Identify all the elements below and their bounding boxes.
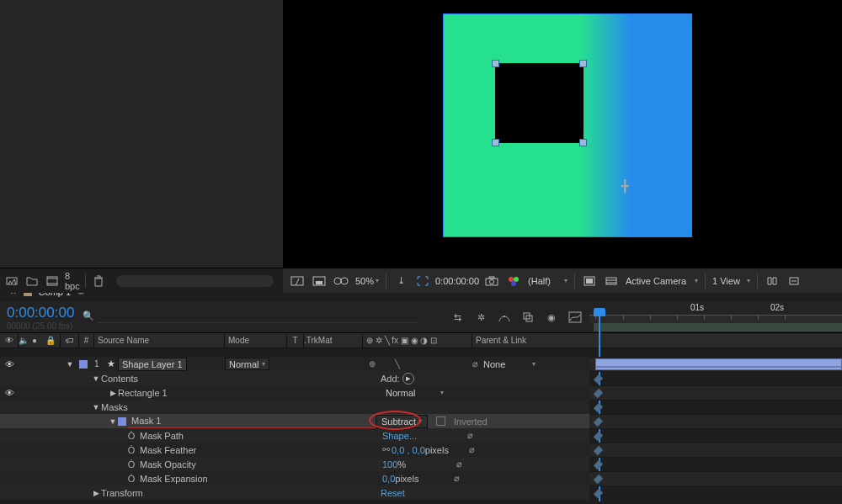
- snapshot-icon[interactable]: [482, 272, 501, 290]
- resolution-down-icon[interactable]: ⤓: [392, 272, 410, 290]
- blend-mode-dropdown[interactable]: Normal▾: [225, 358, 269, 370]
- switches-column[interactable]: ⊕ ✲ ╲ fx ▣ ◉ ◑ ⊡: [363, 333, 472, 348]
- eye-column-icon[interactable]: 👁: [0, 333, 19, 348]
- parent-dropdown[interactable]: None▾: [483, 359, 536, 369]
- mask-feather-pickwhip-icon[interactable]: ⌀: [469, 444, 475, 455]
- keyframe-marker[interactable]: [594, 475, 603, 484]
- rectangle-1-row[interactable]: 👁 ▶ Rectangle 1 Normal▾: [0, 385, 589, 400]
- transform-reset[interactable]: Reset: [381, 488, 405, 498]
- stopwatch-icon[interactable]: Ò: [126, 445, 136, 455]
- keyframe-marker[interactable]: [594, 432, 603, 441]
- track-row-layer-1[interactable]: [589, 357, 842, 371]
- layer-name[interactable]: Shape Layer 1: [118, 358, 187, 371]
- toggle-alpha-icon[interactable]: [288, 272, 306, 290]
- mask-handle-bottom-right[interactable]: [579, 139, 587, 146]
- shy-icon[interactable]: [497, 310, 512, 325]
- mask-1-row[interactable]: ▼ Mask 1 Subtract▾ Inverted: [0, 414, 589, 428]
- layer-label-color[interactable]: [79, 360, 88, 369]
- anchor-point-icon[interactable]: ╋: [621, 179, 628, 193]
- comp-mini-flowchart-icon[interactable]: ⇆: [450, 310, 465, 325]
- rect-visibility-toggle[interactable]: 👁: [0, 385, 19, 400]
- mask-hole[interactable]: [495, 63, 584, 143]
- time-ruler[interactable]: 01s 02s: [589, 301, 842, 332]
- composition-viewer[interactable]: ╋: [283, 0, 842, 268]
- camera-dropdown[interactable]: Active Camera▾: [624, 276, 700, 286]
- motion-blur-icon[interactable]: ◉: [544, 310, 559, 325]
- rect-twirl-closed-icon[interactable]: ▶: [108, 388, 118, 398]
- visibility-toggle[interactable]: 👁: [0, 357, 19, 371]
- timeline-track-area[interactable]: [589, 357, 842, 504]
- t-column[interactable]: T: [287, 333, 304, 348]
- mask-opacity-value[interactable]: 100: [382, 459, 397, 470]
- layer-switches[interactable]: ⊕╲: [366, 358, 415, 369]
- layer-row-1[interactable]: 👁 ▼ 1 ★Shape Layer 1 Normal▾ ⊕╲ ⌀None▾: [0, 357, 589, 371]
- mask-color-swatch[interactable]: [118, 417, 126, 426]
- mask-expansion-row[interactable]: Ò Mask Expansion 0,0 pixels ⌀: [0, 471, 589, 485]
- transform-twirl-closed-icon[interactable]: ▶: [91, 488, 101, 498]
- bpc-label[interactable]: 8 bpc: [65, 273, 80, 289]
- rectangle-name[interactable]: Rectangle 1: [118, 385, 382, 400]
- keyframe-marker[interactable]: [594, 403, 603, 412]
- timeline-icon[interactable]: [602, 272, 621, 290]
- new-comp-icon[interactable]: [45, 273, 60, 289]
- hash-column[interactable]: #: [79, 333, 94, 348]
- new-folder-icon[interactable]: [24, 273, 40, 289]
- mask-visibility-icon[interactable]: [332, 272, 350, 290]
- project-panel[interactable]: [0, 0, 283, 268]
- mask-feather-value[interactable]: 0,0 , 0,0: [392, 445, 425, 455]
- keyframe-marker[interactable]: [594, 446, 603, 455]
- mask-path-row[interactable]: Ò Mask Path Shape... ⌀: [0, 428, 589, 443]
- current-time-indicator[interactable]: [594, 308, 605, 316]
- pickwhip-icon[interactable]: ⌀: [472, 358, 478, 369]
- current-timecode[interactable]: 0:00:00:00: [7, 305, 74, 321]
- mask-mode-dropdown[interactable]: Subtract▾: [376, 415, 428, 428]
- toggle-transparency-icon[interactable]: [310, 272, 328, 290]
- transform-row[interactable]: ▶ Transform Reset: [0, 485, 589, 500]
- mask-handle-bottom-left[interactable]: [492, 139, 499, 146]
- mask-path-pickwhip-icon[interactable]: ⌀: [467, 430, 473, 441]
- source-name-column[interactable]: Source Name: [94, 333, 225, 348]
- mask-expansion-value[interactable]: 0,0: [382, 474, 395, 484]
- mode-column[interactable]: Mode: [225, 333, 287, 348]
- masks-twirl-open-icon[interactable]: ▼: [91, 402, 101, 412]
- inverted-checkbox[interactable]: [436, 416, 445, 426]
- layer-search-input[interactable]: [98, 308, 418, 323]
- stopwatch-icon[interactable]: Ò: [126, 474, 136, 484]
- mask-handle-top-right[interactable]: [579, 60, 587, 67]
- audio-column-icon[interactable]: 🔈: [19, 333, 32, 348]
- parent-column[interactable]: Parent & Link: [472, 333, 570, 348]
- add-shape-button[interactable]: ▸: [402, 373, 414, 385]
- draft-3d-icon[interactable]: ✲: [473, 310, 488, 325]
- label-column-icon[interactable]: 🏷: [61, 333, 79, 348]
- constrain-link-icon[interactable]: ⚯: [382, 444, 390, 455]
- viewer-timecode[interactable]: 0:00:00:00: [435, 276, 479, 286]
- masks-group-row[interactable]: ▼ Masks: [0, 400, 589, 414]
- keyframe-marker[interactable]: [594, 460, 603, 470]
- graph-editor-icon[interactable]: [568, 310, 583, 325]
- mask-feather-row[interactable]: Ò Mask Feather ⚯0,0 , 0,0 pixels ⌀: [0, 443, 589, 457]
- mask-1-name[interactable]: Mask 1: [128, 414, 376, 428]
- solo-column-icon[interactable]: ●: [32, 333, 45, 348]
- rect-mode-dropdown[interactable]: Normal▾: [382, 386, 447, 399]
- contents-group-row[interactable]: ▼ Contents Add:▸: [0, 371, 589, 385]
- layer-twirl-open-icon[interactable]: ▼: [65, 359, 75, 369]
- lock-column-icon[interactable]: 🔒: [45, 333, 61, 348]
- layer-clip[interactable]: [595, 358, 842, 370]
- show-channel-icon[interactable]: [504, 272, 523, 290]
- stopwatch-icon[interactable]: Ò: [126, 459, 136, 470]
- keyframe-marker[interactable]: [594, 417, 603, 427]
- trkmat-column[interactable]: .TrkMat: [304, 333, 363, 348]
- zoom-dropdown[interactable]: 50%▾: [354, 276, 381, 286]
- mask-handle-top-left[interactable]: [492, 60, 499, 67]
- stopwatch-icon[interactable]: Ò: [126, 431, 136, 441]
- work-area-bar[interactable]: [594, 323, 842, 332]
- pixel-aspect-icon[interactable]: [763, 272, 781, 290]
- contents-twirl-open-icon[interactable]: ▼: [91, 374, 101, 384]
- roi-icon[interactable]: [413, 272, 432, 290]
- mask-opacity-pickwhip-icon[interactable]: ⌀: [456, 459, 462, 470]
- keyframe-marker[interactable]: [594, 489, 603, 498]
- exposure-icon[interactable]: [785, 272, 803, 290]
- keyframe-marker[interactable]: [594, 389, 603, 398]
- resolution-dropdown[interactable]: (Half)▾: [526, 276, 569, 286]
- trash-icon[interactable]: [91, 273, 106, 289]
